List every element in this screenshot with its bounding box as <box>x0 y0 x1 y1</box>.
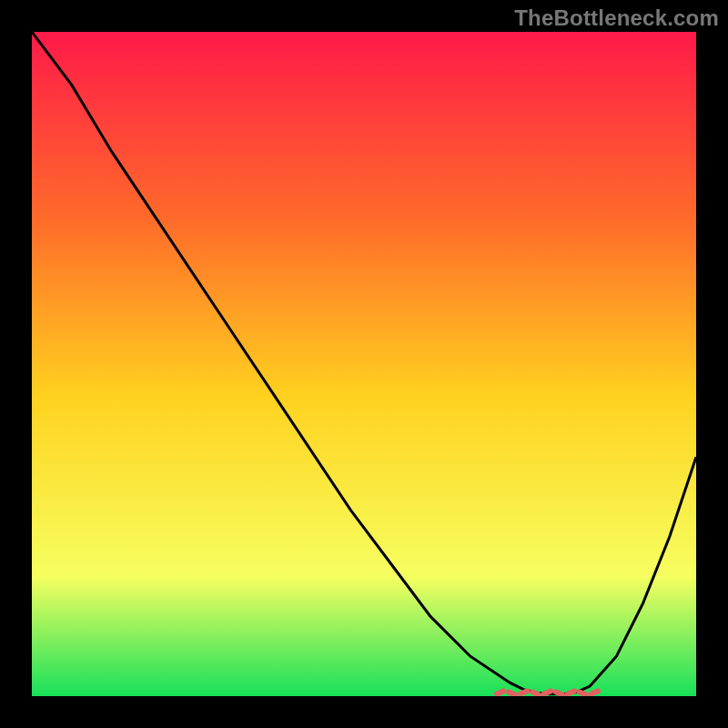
highlight-tick <box>568 691 574 693</box>
highlight-tick <box>592 691 598 693</box>
highlight-tick <box>521 691 527 693</box>
plot-area <box>32 32 696 696</box>
highlight-tick <box>532 692 539 694</box>
highlight-tick <box>509 692 515 694</box>
highlight-tick <box>544 691 551 693</box>
bottleneck-chart <box>32 32 696 696</box>
watermark-text: TheBottleneck.com <box>514 5 719 31</box>
gradient-background <box>32 32 696 696</box>
highlight-tick <box>580 692 586 694</box>
highlight-tick <box>497 691 503 693</box>
chart-frame: TheBottleneck.com <box>0 0 728 728</box>
highlight-tick <box>556 692 562 694</box>
optimum-highlight <box>497 691 598 694</box>
